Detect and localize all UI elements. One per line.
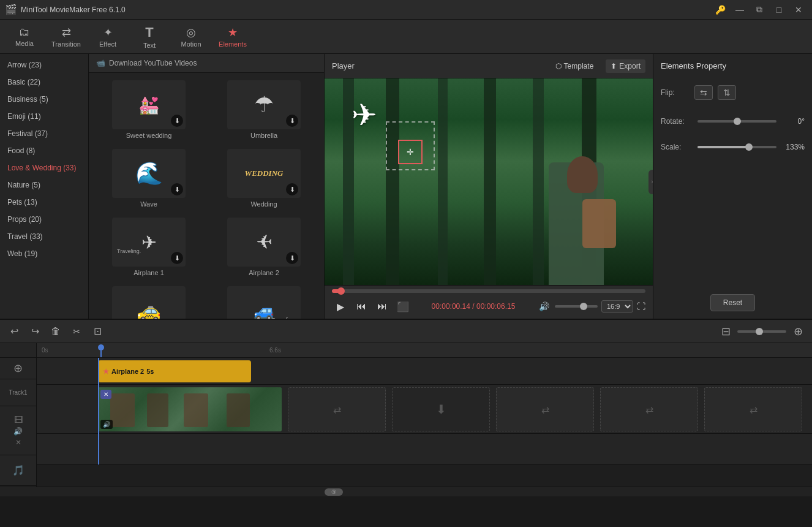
- volume-icon[interactable]: 🔊: [535, 298, 552, 315]
- split-button[interactable]: ✂: [67, 322, 86, 341]
- undo-button[interactable]: ↩: [5, 322, 23, 341]
- zoom-slider[interactable]: [737, 330, 786, 333]
- restore-button[interactable]: ⧉: [751, 3, 768, 17]
- cat-emoji[interactable]: Emoji (11): [0, 108, 88, 125]
- cat-web[interactable]: Web (19): [0, 245, 88, 262]
- cat-props[interactable]: Props (20): [0, 211, 88, 228]
- download-icon: 📹: [96, 59, 105, 67]
- element-car1[interactable]: 🚕 ⬇ Car 1: [91, 281, 206, 319]
- element-wedding[interactable]: WEDDING ⬇ Wedding: [206, 144, 321, 213]
- element-block-duration: 5s: [146, 368, 154, 375]
- video-strip[interactable]: ✕ 🔊: [98, 387, 282, 431]
- effect-icon: ✦: [103, 26, 113, 39]
- next-frame-button[interactable]: ⏭: [374, 298, 391, 315]
- fullscreen-button[interactable]: ⛶: [637, 301, 645, 311]
- key-icon[interactable]: 🔑: [712, 3, 729, 17]
- cat-travel[interactable]: Travel (33): [0, 228, 88, 245]
- element-sweet-wedding[interactable]: 💒 ⬇ Sweet wedding: [91, 75, 206, 144]
- element-airplane1[interactable]: ✈ Traveling. ⬇ Airplane 1: [91, 213, 206, 281]
- video-track-remove-icon[interactable]: ✕: [15, 438, 21, 447]
- element-umbrella[interactable]: ☂ ⬇ Umbrella: [206, 75, 321, 144]
- airplane2-timeline-block[interactable]: ★ Airplane 2 5s: [98, 360, 251, 382]
- media-tool[interactable]: 🗂 Media: [5, 22, 44, 51]
- redo-button[interactable]: ↪: [26, 322, 44, 341]
- placeholder-1[interactable]: ⇄: [288, 387, 386, 431]
- placeholder-4[interactable]: ⇄: [600, 387, 698, 431]
- cat-business[interactable]: Business (5): [0, 91, 88, 108]
- progress-thumb[interactable]: [337, 287, 345, 295]
- placeholder-arrow-5: ⇄: [750, 404, 757, 415]
- track1-label: Track1: [0, 379, 36, 406]
- scrollbar-thumb[interactable]: ③: [325, 488, 343, 496]
- effect-tool[interactable]: ✦ Effect: [88, 22, 127, 51]
- aspect-ratio-select[interactable]: 16:9 9:16 1:1 4:3: [601, 300, 633, 313]
- template-button[interactable]: ⬡ Template: [551, 59, 599, 73]
- timeline-tracks[interactable]: 0s 6.6s ★ Airplane 2 5s: [37, 343, 812, 487]
- text-label: Text: [143, 42, 156, 49]
- panel-expand-handle[interactable]: ›: [648, 170, 653, 194]
- element-car2[interactable]: 🚙 Traveling. ⬇ Car 2: [206, 281, 321, 319]
- placeholder-5[interactable]: ⇄: [704, 387, 802, 431]
- prev-frame-button[interactable]: ⏮: [353, 298, 370, 315]
- volume-control: 🔊: [535, 298, 598, 315]
- element-download-btn[interactable]: ⬇: [171, 115, 183, 127]
- rotate-label: Rotate:: [661, 117, 693, 126]
- video-track-mute-icon[interactable]: 🔊: [13, 427, 23, 436]
- add-track-button[interactable]: ⊕: [0, 358, 36, 379]
- transition-icon: ⇄: [62, 26, 71, 39]
- export-button[interactable]: ⬆ Export: [606, 59, 645, 73]
- playhead-marker[interactable]: [98, 344, 104, 351]
- zoom-in-button[interactable]: ⊕: [789, 322, 807, 341]
- flip-vertical-button[interactable]: ⇅: [718, 85, 736, 100]
- cat-pets[interactable]: Pets (13): [0, 194, 88, 211]
- maximize-button[interactable]: □: [770, 3, 788, 17]
- elements-grid: 📹 Download YouTube Videos 💒 ⬇ Sweet wedd…: [89, 54, 324, 319]
- text-tool[interactable]: T Text: [130, 22, 169, 51]
- minimize-button[interactable]: —: [731, 3, 748, 17]
- crop-button[interactable]: ⊡: [88, 322, 107, 341]
- flip-horizontal-button[interactable]: ⇆: [694, 85, 713, 100]
- current-time: 00:00:00.14: [432, 302, 470, 311]
- cat-nature[interactable]: Nature (5): [0, 176, 88, 194]
- video-thumb: ✕ 🔊: [98, 387, 282, 431]
- element-download-btn-airplane1[interactable]: ⬇: [171, 252, 183, 264]
- element-download-btn-wedding[interactable]: ⬇: [286, 183, 298, 195]
- flip-label: Flip:: [661, 88, 694, 97]
- play-button[interactable]: ▶: [332, 298, 349, 315]
- airplane-element-overlay[interactable]: ✈: [334, 97, 395, 134]
- cat-love-wedding[interactable]: Love & Wedding (33): [0, 159, 88, 176]
- cat-festival[interactable]: Festival (37): [0, 125, 88, 142]
- titlebar: 🎬 MiniTool MovieMaker Free 6.1.0 🔑 — ⧉ □…: [0, 0, 812, 20]
- element-airplane2[interactable]: ✈ ⬇ Airplane 2: [206, 213, 321, 281]
- cat-food[interactable]: Food (8): [0, 142, 88, 159]
- element-download-btn-airplane2[interactable]: ⬇: [286, 252, 298, 264]
- motion-tool[interactable]: ◎ Motion: [171, 22, 211, 51]
- progress-bar[interactable]: [332, 289, 645, 293]
- template-icon: ⬡: [555, 62, 562, 70]
- placeholder-3[interactable]: ⇄: [496, 387, 594, 431]
- placeholder-2[interactable]: ⬇: [392, 387, 490, 431]
- download-youtube-bar[interactable]: 📹 Download YouTube Videos: [89, 54, 324, 73]
- zoom-out-button[interactable]: ⊟: [716, 322, 735, 341]
- delete-button[interactable]: 🗑: [47, 322, 65, 341]
- element-download-btn-wave[interactable]: ⬇: [171, 183, 183, 195]
- volume-slider[interactable]: [555, 305, 598, 308]
- tracks-container: ★ Airplane 2 5s: [37, 358, 812, 464]
- cat-arrow[interactable]: Arrow (23): [0, 56, 88, 74]
- placeholder-arrow-1: ⇄: [333, 404, 341, 415]
- stop-button[interactable]: ⬛: [394, 298, 412, 315]
- selection-red-box[interactable]: ✛: [398, 140, 423, 164]
- cat-basic[interactable]: Basic (22): [0, 74, 88, 91]
- elements-tool[interactable]: ★ Elements: [213, 22, 252, 51]
- playhead-audio-track: [98, 358, 99, 464]
- timeline-scrollbar[interactable]: ③: [0, 487, 812, 496]
- element-download-btn-umbrella[interactable]: ⬇: [286, 115, 298, 127]
- scale-slider[interactable]: [697, 146, 776, 148]
- close-button[interactable]: ✕: [790, 3, 807, 17]
- element-wave[interactable]: 🌊 ⬇ Wave: [91, 144, 206, 213]
- reset-button[interactable]: Reset: [710, 294, 755, 311]
- transition-tool[interactable]: ⇄ Transition: [47, 22, 86, 51]
- rotate-slider[interactable]: [697, 120, 776, 123]
- time-display: 00:00:00.14 / 00:00:06.15: [415, 302, 532, 311]
- categories-list: Arrow (23) Basic (22) Business (5) Emoji…: [0, 54, 89, 319]
